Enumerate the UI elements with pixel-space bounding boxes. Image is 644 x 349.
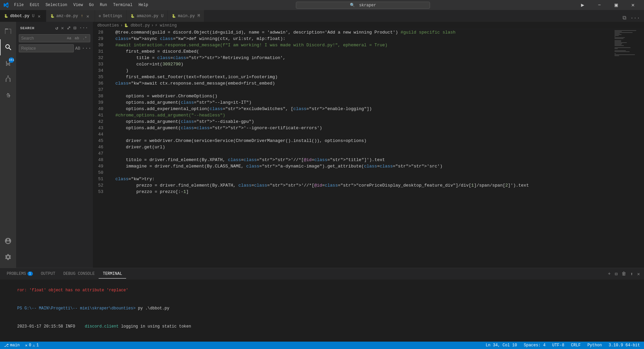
- activity-settings[interactable]: [0, 249, 16, 265]
- activity-explorer[interactable]: [0, 23, 16, 39]
- clear-results-button[interactable]: ✕: [60, 24, 65, 32]
- regex-button[interactable]: .*: [81, 36, 88, 41]
- code-line-38: options = webdriver.ChromeOptions(): [115, 93, 614, 99]
- split-terminal-button[interactable]: ⊟: [613, 270, 619, 278]
- minimize-button[interactable]: –: [592, 0, 607, 10]
- code-line-46: driver.get(url): [115, 144, 614, 150]
- breadcrumb-dbbot[interactable]: 🐍 dbbot.py: [124, 23, 150, 28]
- status-spaces[interactable]: Spaces: 4: [523, 343, 547, 348]
- activity-search[interactable]: [0, 39, 16, 55]
- replace-extra-button[interactable]: ···: [82, 45, 92, 51]
- problems-label: PROBLEMS: [7, 271, 26, 276]
- breadcrumb-dbounties[interactable]: dbounties: [97, 23, 119, 28]
- tab-settings[interactable]: ⚙ Settings: [95, 10, 127, 22]
- replace-input[interactable]: [19, 44, 74, 52]
- code-line-47: [115, 150, 614, 157]
- panel-tab-problems[interactable]: PROBLEMS 1: [3, 269, 37, 279]
- status-language[interactable]: Python: [586, 343, 603, 348]
- activity-extensions[interactable]: [0, 88, 16, 104]
- global-search-bar[interactable]: 🔍 skraper: [296, 2, 430, 9]
- code-line-49: immagine = driver.find_element(By.CLASS_…: [115, 163, 614, 169]
- menu-selection[interactable]: Selection: [43, 2, 70, 8]
- tab-amazon-label: amazon.py: [137, 14, 158, 18]
- search-panel-header: SEARCH ↺ ✕ ⤢ ⊟ ···: [16, 22, 93, 33]
- maximize-button[interactable]: ▣: [608, 0, 624, 10]
- problems-badge: 1: [28, 271, 33, 276]
- terminal-line-info2: 2023-01-17 20:15:59 INFO discord.gateway…: [3, 336, 641, 342]
- replace-options-button[interactable]: AB: [75, 46, 80, 51]
- status-encoding[interactable]: UTF-8: [551, 343, 566, 348]
- cursor-position: Ln 34, Col 10: [486, 343, 517, 348]
- title-bar-center: 🔍 skraper: [151, 2, 575, 9]
- new-terminal-button[interactable]: +: [606, 270, 612, 277]
- title-bar-left: File Edit Selection View Go Run Terminal…: [3, 2, 151, 8]
- code-line-50: [115, 169, 614, 176]
- activity-account[interactable]: [0, 233, 16, 249]
- close-panel-button[interactable]: ✕: [636, 270, 641, 278]
- tab-amz-label: amz-de.py: [56, 14, 78, 18]
- ps-prompt-1: PS G:\-- MAIN\Progetti\-- miei\skraper\d…: [17, 306, 136, 311]
- tab-amz[interactable]: 🐍 amz-de.py ↑ ✕: [46, 10, 95, 22]
- status-python-version[interactable]: 3.10.9 64-bit: [607, 343, 641, 348]
- panel-tab-terminal[interactable]: TERMINAL: [99, 269, 126, 279]
- code-area[interactable]: @tree.command(guild = discord.Object(id=…: [110, 29, 614, 268]
- errors-warnings-item[interactable]: ✕ 0 ⚠ 1: [24, 343, 40, 348]
- tab-bar-actions: ⧉ ···: [621, 14, 644, 22]
- split-editor-button[interactable]: ⧉: [621, 14, 628, 22]
- tab-main[interactable]: 🐍 main.py M: [168, 10, 204, 22]
- tab-main-icon: 🐍: [172, 14, 176, 18]
- status-position[interactable]: Ln 34, Col 10: [484, 343, 519, 348]
- tab-dbbot[interactable]: 🐍 dbbot.py U ✕: [0, 10, 46, 22]
- menu-view[interactable]: View: [70, 2, 86, 8]
- menu-terminal[interactable]: Terminal: [110, 2, 135, 8]
- tab-amazon[interactable]: 🐍 amazon.py U: [126, 10, 168, 22]
- menu-edit[interactable]: Edit: [27, 2, 42, 8]
- open-in-editor-button[interactable]: ⤢: [66, 24, 72, 32]
- menu-go[interactable]: Go: [86, 2, 96, 8]
- match-case-button[interactable]: Aa: [65, 36, 72, 41]
- activity-debug[interactable]: [0, 71, 16, 88]
- warning-count: 1: [36, 343, 39, 348]
- close-button[interactable]: ✕: [625, 0, 641, 10]
- tab-amz-close[interactable]: ✕: [85, 13, 91, 19]
- activity-bar: 161: [0, 22, 16, 268]
- language-mode: Python: [587, 343, 602, 348]
- status-bar: ⎇ main ✕ 0 ⚠ 1 Ln 34, Col 10 Spaces: 4 U…: [0, 342, 644, 349]
- more-search-options[interactable]: ···: [78, 24, 89, 32]
- search-input-wrap: Aa ab .*: [19, 34, 90, 42]
- collapse-all-button[interactable]: ⊟: [73, 24, 77, 32]
- error-text: ror: 'float' object has no attribute 're…: [17, 288, 128, 293]
- code-line-48: titolo = driver.find_element(By.XPATH, c…: [115, 157, 614, 163]
- breadcrumb-winning[interactable]: ⚡ winning: [155, 23, 177, 28]
- menu-bar: File Edit Selection View Go Run Terminal…: [11, 2, 151, 8]
- code-line-51: class="kw">try:: [115, 176, 614, 182]
- code-line-30: #await interaction.response.send_message…: [115, 42, 614, 48]
- file-encoding: UTF-8: [552, 343, 564, 348]
- code-line-52: prezzo = driver.find_element(By.XPATH, c…: [115, 182, 614, 189]
- tab-dbbot-close[interactable]: ✕: [37, 13, 42, 19]
- panel-tab-debug[interactable]: DEBUG CONSOLE: [59, 269, 99, 279]
- line-endings: CRLF: [571, 343, 581, 348]
- tab-settings-label: Settings: [103, 14, 122, 18]
- code-line-45: driver = webdriver.Chrome(service=Servic…: [115, 138, 614, 144]
- match-word-button[interactable]: ab: [73, 36, 80, 41]
- search-sidebar: SEARCH ↺ ✕ ⤢ ⊟ ··· Aa ab .* AB ···: [16, 22, 93, 268]
- activity-source-control[interactable]: 161: [0, 55, 16, 71]
- code-line-34: ): [115, 67, 614, 74]
- status-line-endings[interactable]: CRLF: [570, 343, 582, 348]
- menu-file[interactable]: File: [11, 2, 26, 8]
- git-branch-item[interactable]: ⎇ main: [3, 343, 21, 348]
- menu-help[interactable]: Help: [136, 2, 151, 8]
- code-line-42: options.add_argument(class="str">"--disa…: [115, 118, 614, 125]
- kill-terminal-button[interactable]: 🗑: [620, 270, 628, 277]
- refresh-results-button[interactable]: ↺: [55, 24, 59, 32]
- run-button[interactable]: ▶: [575, 0, 590, 10]
- title-bar: File Edit Selection View Go Run Terminal…: [0, 0, 644, 10]
- more-actions-button[interactable]: ···: [629, 14, 641, 22]
- menu-run[interactable]: Run: [97, 2, 110, 8]
- search-options: Aa ab .*: [64, 35, 90, 42]
- maximize-panel-button[interactable]: ⬆: [629, 270, 634, 278]
- panel-tab-output[interactable]: OUTPUT: [37, 269, 59, 279]
- terminal-content[interactable]: ror: 'float' object has no attribute 're…: [0, 280, 644, 342]
- python-version: 3.10.9 64-bit: [608, 343, 640, 348]
